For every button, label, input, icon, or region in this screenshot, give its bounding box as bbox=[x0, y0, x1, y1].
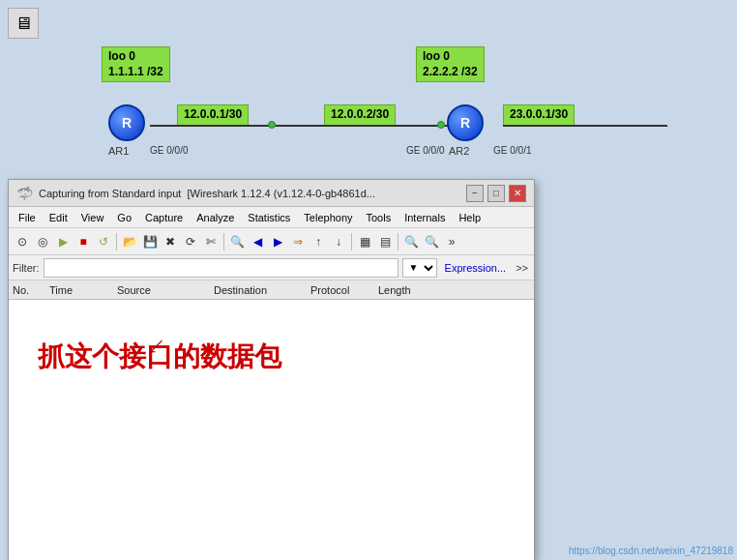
toolbar-last-icon[interactable]: ↓ bbox=[329, 232, 348, 251]
toolbar-stop-icon[interactable]: ■ bbox=[74, 232, 93, 251]
close-button[interactable]: ✕ bbox=[509, 185, 526, 202]
toolbar-print-icon[interactable]: ✄ bbox=[201, 232, 221, 251]
menubar: File Edit View Go Capture Analyze Statis… bbox=[9, 207, 534, 228]
toolbar-more-icon[interactable]: » bbox=[442, 232, 461, 251]
toolbar-zoom-in-icon[interactable]: 🔍 bbox=[401, 232, 421, 251]
router-link bbox=[150, 125, 459, 127]
filter-expression-button[interactable]: Expression... bbox=[441, 262, 511, 274]
url-watermark: https://blog.csdn.net/weixin_47219818 bbox=[569, 545, 733, 556]
col-protocol: Protocol bbox=[310, 284, 378, 296]
menu-go[interactable]: Go bbox=[111, 210, 137, 225]
network-diagram: 🖥 loo 0 1.1.1.1 /32 loo 0 2.2.2.2 /32 12… bbox=[0, 0, 737, 203]
router2: R bbox=[447, 104, 484, 141]
router2-ge-ip2: 23.0.0.1/30 bbox=[503, 104, 575, 126]
toolbar-find-icon[interactable]: 🔍 bbox=[227, 232, 247, 251]
title-bar-text: Capturing from Standard input [Wireshark… bbox=[39, 188, 460, 199]
menu-statistics[interactable]: Statistics bbox=[242, 210, 296, 225]
router2-ge-label1: GE 0/0/0 bbox=[406, 145, 444, 156]
wireshark-window: 🦈 Capturing from Standard input [Wiresha… bbox=[8, 179, 535, 560]
wireshark-icon: 🦈 bbox=[16, 186, 33, 201]
col-length: Length bbox=[378, 284, 431, 296]
toolbar-colorize-icon[interactable]: ▦ bbox=[355, 232, 374, 251]
filter-more-button[interactable]: >> bbox=[514, 262, 530, 274]
menu-telephony[interactable]: Telephony bbox=[298, 210, 358, 225]
menu-internals[interactable]: Internals bbox=[398, 210, 451, 225]
menu-help[interactable]: Help bbox=[453, 210, 486, 225]
link-dot1 bbox=[268, 121, 276, 129]
menu-tools[interactable]: Tools bbox=[361, 210, 398, 225]
col-source: Source bbox=[117, 284, 214, 296]
toolbar-start-icon[interactable]: ▶ bbox=[53, 232, 73, 251]
col-time: Time bbox=[49, 284, 117, 296]
toolbar-sep2 bbox=[223, 233, 224, 251]
filter-dropdown[interactable]: ▼ bbox=[402, 258, 437, 278]
toolbar-zoom-out-icon[interactable]: 🔍 bbox=[422, 232, 441, 251]
router1: R bbox=[108, 104, 145, 141]
filter-label: Filter: bbox=[13, 262, 40, 274]
toolbar: ⊙ ◎ ▶ ■ ↺ 📂 💾 ✖ ⟳ ✄ 🔍 ◀ ▶ ⇒ ↑ ↓ ▦ ▤ 🔍 🔍 … bbox=[9, 228, 534, 255]
router1-loo-label: loo 0 1.1.1.1 /32 bbox=[102, 46, 170, 82]
toolbar-first-icon[interactable]: ↑ bbox=[309, 232, 328, 251]
toolbar-goto-icon[interactable]: ⇒ bbox=[288, 232, 308, 251]
toolbar-back-icon[interactable]: ◀ bbox=[248, 232, 267, 251]
toolbar-sep3 bbox=[351, 233, 352, 251]
toolbar-save-icon[interactable]: 💾 bbox=[140, 232, 160, 251]
link-dot2 bbox=[437, 121, 445, 129]
minimize-button[interactable]: − bbox=[466, 185, 484, 202]
router1-ge-ip: 12.0.0.1/30 bbox=[177, 104, 249, 126]
toolbar-close-icon[interactable]: ✖ bbox=[161, 232, 180, 251]
col-no: No. bbox=[13, 284, 49, 296]
router-link2 bbox=[503, 125, 667, 127]
toolbar-sep4 bbox=[398, 233, 398, 251]
filter-bar: Filter: ▼ Expression... >> bbox=[9, 255, 534, 280]
top-left-icon: 🖥 bbox=[8, 8, 39, 39]
menu-view[interactable]: View bbox=[75, 210, 110, 225]
window-controls[interactable]: − □ ✕ bbox=[466, 185, 526, 202]
router2-icon: R bbox=[447, 104, 484, 141]
menu-file[interactable]: File bbox=[13, 210, 42, 225]
filter-input[interactable] bbox=[44, 258, 398, 278]
router1-ge-label: GE 0/0/0 bbox=[150, 145, 188, 156]
column-headers: No. Time Source Destination Protocol Len… bbox=[9, 280, 534, 300]
toolbar-autoscroll-icon[interactable]: ▤ bbox=[375, 232, 395, 251]
menu-edit[interactable]: Edit bbox=[44, 210, 74, 225]
toolbar-open-icon[interactable]: 📂 bbox=[120, 232, 139, 251]
menu-capture[interactable]: Capture bbox=[139, 210, 189, 225]
toolbar-options-icon[interactable]: ◎ bbox=[33, 232, 52, 251]
router2-ge-ip1: 12.0.0.2/30 bbox=[324, 104, 396, 126]
toolbar-reload-icon[interactable]: ⟳ bbox=[181, 232, 200, 251]
title-bar: 🦈 Capturing from Standard input [Wiresha… bbox=[9, 180, 534, 207]
maximize-button[interactable]: □ bbox=[487, 185, 505, 202]
router2-loo-label: loo 0 2.2.2.2 /32 bbox=[416, 46, 485, 82]
packet-list[interactable]: 抓这个接口的数据包 bbox=[9, 300, 534, 560]
toolbar-sep1 bbox=[116, 233, 117, 251]
router1-label: AR1 bbox=[108, 145, 129, 157]
router2-label: AR2 bbox=[449, 145, 469, 157]
toolbar-restart-icon[interactable]: ↺ bbox=[94, 232, 113, 251]
toolbar-interface-icon[interactable]: ⊙ bbox=[13, 232, 32, 251]
toolbar-forward-icon[interactable]: ▶ bbox=[268, 232, 287, 251]
router2-ge-label2: GE 0/0/1 bbox=[493, 145, 531, 156]
menu-analyze[interactable]: Analyze bbox=[191, 210, 240, 225]
col-destination: Destination bbox=[214, 284, 310, 296]
router1-icon: R bbox=[108, 104, 145, 141]
